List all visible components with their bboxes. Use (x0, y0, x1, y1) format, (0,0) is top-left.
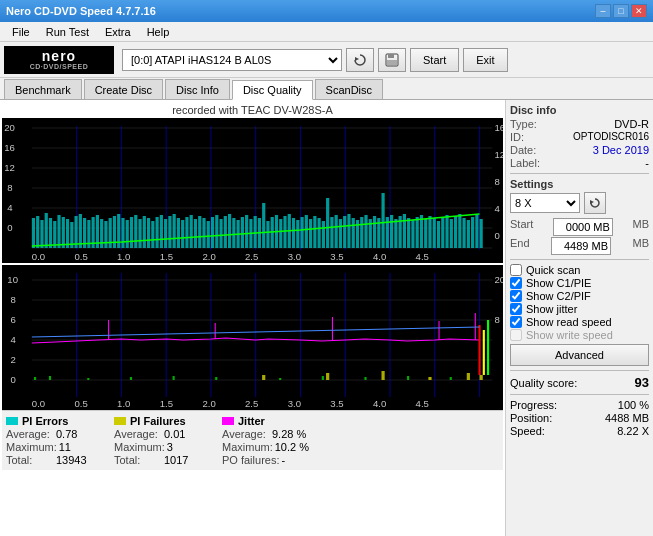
exit-button[interactable]: Exit (463, 48, 507, 72)
svg-rect-195 (215, 377, 217, 380)
disc-label-value: - (645, 157, 649, 169)
svg-rect-132 (411, 220, 414, 248)
svg-text:8: 8 (7, 183, 12, 193)
svg-rect-76 (173, 214, 176, 248)
svg-rect-145 (467, 220, 470, 248)
maximize-button[interactable]: □ (613, 4, 629, 18)
pi-errors-stats: PI Errors Average: 0.78 Maximum: 11 Tota… (6, 415, 106, 466)
svg-text:2.0: 2.0 (202, 399, 215, 409)
svg-text:3.0: 3.0 (288, 399, 301, 409)
svg-text:1.0: 1.0 (117, 399, 130, 409)
divider-3 (510, 370, 649, 371)
svg-rect-77 (177, 218, 180, 248)
svg-rect-70 (147, 218, 150, 248)
svg-text:4.0: 4.0 (373, 252, 386, 262)
position-row: Position: 4488 MB (510, 412, 649, 424)
settings-refresh-icon (589, 197, 601, 209)
lower-chart-svg: 10 8 6 4 2 0 20 8 0.0 0.5 1.0 1.5 2.0 2.… (2, 265, 503, 410)
lower-chart: 10 8 6 4 2 0 20 8 0.0 0.5 1.0 1.5 2.0 2.… (2, 265, 503, 410)
checkbox-jitter: Show jitter (510, 303, 649, 315)
checkbox-c1-pie: Show C1/PIE (510, 277, 649, 289)
svg-text:0.5: 0.5 (74, 252, 87, 262)
svg-rect-73 (160, 215, 163, 248)
tab-benchmark[interactable]: Benchmark (4, 79, 82, 99)
disc-type-value: DVD-R (614, 118, 649, 130)
svg-text:0.5: 0.5 (74, 399, 87, 409)
svg-rect-67 (134, 215, 137, 248)
svg-rect-53 (74, 216, 77, 248)
menu-bar: File Run Test Extra Help (0, 22, 653, 42)
disc-date-row: Date: 3 Dec 2019 (510, 144, 649, 156)
svg-rect-189 (480, 375, 483, 380)
svg-rect-97 (262, 203, 265, 248)
tab-create-disc[interactable]: Create Disc (84, 79, 163, 99)
svg-rect-49 (57, 215, 60, 248)
speed-selector[interactable]: 8 X (510, 193, 580, 213)
menu-file[interactable]: File (4, 24, 38, 40)
disc-label-label: Label: (510, 157, 540, 169)
settings-refresh-button[interactable] (584, 192, 606, 214)
divider-4 (510, 394, 649, 395)
disc-id-row: ID: OPTODISCR016 (510, 131, 649, 143)
tab-disc-info[interactable]: Disc Info (165, 79, 230, 99)
svg-rect-186 (381, 371, 384, 380)
refresh-button[interactable] (346, 48, 374, 72)
advanced-button[interactable]: Advanced (510, 344, 649, 366)
nero-logo: nero CD·DVD/SPEED (4, 46, 114, 74)
svg-rect-86 (215, 215, 218, 248)
close-button[interactable]: ✕ (631, 4, 647, 18)
menu-extra[interactable]: Extra (97, 24, 139, 40)
save-button[interactable] (378, 48, 406, 72)
end-mb-input[interactable] (551, 237, 611, 255)
pi-failures-total: 1017 (164, 454, 188, 466)
svg-rect-90 (232, 218, 235, 248)
svg-text:12: 12 (4, 163, 15, 173)
svg-rect-128 (394, 219, 397, 248)
svg-rect-82 (198, 216, 201, 248)
svg-rect-139 (441, 217, 444, 248)
drive-selector[interactable]: [0:0] ATAPI iHAS124 B AL0S (122, 49, 342, 71)
show-read-speed-checkbox[interactable] (510, 316, 522, 328)
svg-rect-191 (49, 376, 51, 380)
svg-text:1.5: 1.5 (160, 252, 173, 262)
svg-text:4.0: 4.0 (373, 399, 386, 409)
divider-1 (510, 173, 649, 174)
svg-rect-74 (164, 219, 167, 248)
show-c2-pif-checkbox[interactable] (510, 290, 522, 302)
disc-date-value: 3 Dec 2019 (593, 144, 649, 156)
svg-rect-101 (279, 219, 282, 248)
svg-rect-64 (121, 218, 124, 248)
show-jitter-checkbox[interactable] (510, 303, 522, 315)
tab-scandisc[interactable]: ScanDisc (315, 79, 383, 99)
start-mb-input[interactable] (553, 218, 613, 236)
end-mb-label: End (510, 237, 530, 255)
position-value: 4488 MB (605, 412, 649, 424)
svg-rect-107 (305, 215, 308, 248)
menu-run-test[interactable]: Run Test (38, 24, 97, 40)
svg-rect-44 (36, 216, 39, 248)
minimize-button[interactable]: – (595, 4, 611, 18)
show-c1-pie-checkbox[interactable] (510, 277, 522, 289)
svg-rect-43 (32, 218, 35, 248)
tab-disc-quality[interactable]: Disc Quality (232, 80, 313, 100)
quick-scan-checkbox[interactable] (510, 264, 522, 276)
svg-rect-148 (480, 219, 483, 248)
quality-score-row: Quality score: 93 (510, 375, 649, 390)
svg-text:0.0: 0.0 (32, 252, 45, 262)
settings-title: Settings (510, 178, 649, 190)
progress-label: Progress: (510, 399, 557, 411)
svg-rect-111 (322, 221, 325, 248)
menu-help[interactable]: Help (139, 24, 178, 40)
checkbox-write-speed: Show write speed (510, 329, 649, 341)
svg-text:20: 20 (4, 123, 15, 133)
svg-rect-98 (266, 221, 269, 248)
start-mb-row: Start MB (510, 218, 649, 236)
svg-text:0.0: 0.0 (32, 399, 45, 409)
svg-rect-138 (437, 221, 440, 248)
svg-rect-198 (364, 377, 366, 380)
svg-rect-84 (207, 221, 210, 248)
start-button[interactable]: Start (410, 48, 459, 72)
svg-rect-147 (475, 215, 478, 248)
jitter-color (222, 417, 234, 425)
svg-text:10: 10 (7, 275, 18, 285)
